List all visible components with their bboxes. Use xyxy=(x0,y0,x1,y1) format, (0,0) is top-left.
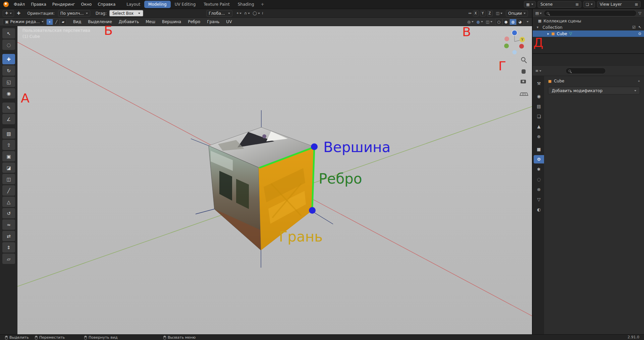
tool-edge-slide[interactable]: ⇄ xyxy=(2,231,15,241)
tool-cursor[interactable]: ◌ xyxy=(2,40,15,50)
vertex-dot-top[interactable] xyxy=(311,143,318,150)
view-layer-name-field[interactable]: View Layer ⊞ xyxy=(597,1,641,8)
tool-select-box[interactable]: ↖ xyxy=(2,28,15,39)
properties-editor-dropdown[interactable]: ≡ xyxy=(535,69,541,73)
outliner-search[interactable] xyxy=(544,10,636,16)
shading-material-button[interactable]: ◍ xyxy=(509,19,517,25)
gizmos-dropdown[interactable]: ◎ xyxy=(467,20,474,24)
menu-edit[interactable]: Правка xyxy=(28,0,49,9)
menu-vertex[interactable]: Вершина xyxy=(159,19,184,24)
tool-move[interactable]: ✚ xyxy=(2,54,15,64)
new-scene-icon[interactable]: ⊞ xyxy=(576,3,579,6)
pivot-point-dropdown[interactable]: ⌖ xyxy=(236,11,241,15)
menu-help[interactable]: Справка xyxy=(95,0,118,9)
tab-world[interactable]: ⊕ xyxy=(534,132,544,141)
gizmo-neg-z[interactable] xyxy=(513,50,517,55)
mirror-z-toggle[interactable]: Z xyxy=(487,10,493,16)
menu-select[interactable]: Выделение xyxy=(85,19,115,24)
gizmo-neg-y[interactable] xyxy=(504,44,509,48)
tab-shading[interactable]: Shading xyxy=(234,1,258,8)
tool-poly-build[interactable]: △ xyxy=(2,197,15,207)
active-tool-dropdown[interactable]: ✚ xyxy=(3,10,14,17)
shading-dropdown-caret[interactable] xyxy=(527,21,529,22)
viewport-canvas[interactable]: Пользовательская перспектива (1) Cube xyxy=(17,26,532,334)
selectability-icon[interactable]: ↖ xyxy=(638,25,641,29)
tool-extrude-region[interactable]: ⇧ xyxy=(2,140,15,150)
tool-shear[interactable]: ▱ xyxy=(2,254,15,264)
tool-annotate[interactable]: ✎ xyxy=(2,103,15,113)
menu-window[interactable]: Окно xyxy=(78,0,95,9)
tab-particles[interactable]: ✱ xyxy=(534,165,544,174)
face-select-button[interactable]: ▰ xyxy=(60,19,66,25)
edge-select-button[interactable]: ╱ xyxy=(53,19,60,25)
menu-view[interactable]: Вид xyxy=(70,19,85,24)
proportional-editing-dropdown[interactable]: ◯ xyxy=(253,11,260,15)
scene-name-field[interactable]: Scene ⊞ xyxy=(538,1,581,8)
blender-logo-icon[interactable] xyxy=(3,2,9,7)
tool-measure[interactable]: ∠ xyxy=(2,114,15,124)
eye-icon[interactable]: ⊙ xyxy=(638,32,641,36)
menu-add[interactable]: Добавить xyxy=(115,19,142,24)
tab-object[interactable]: ■ xyxy=(534,145,544,153)
tool-inset-faces[interactable]: ▣ xyxy=(2,151,15,161)
zoom-icon[interactable] xyxy=(522,58,527,63)
vertex-select-button[interactable]: • xyxy=(46,19,53,25)
navigation-gizmo[interactable]: Y xyxy=(504,30,525,55)
menu-edge[interactable]: Ребро xyxy=(184,19,204,24)
move-gizmo-icon[interactable]: ✚ xyxy=(17,11,20,15)
tool-add-cube[interactable]: ▧ xyxy=(2,128,15,139)
tab-physics[interactable]: ◌ xyxy=(534,175,544,184)
tool-scale[interactable]: ◱ xyxy=(2,77,15,87)
tab-material[interactable]: ◐ xyxy=(534,205,544,214)
properties-search-input[interactable] xyxy=(573,69,603,73)
vertex-dot-bottom[interactable] xyxy=(309,207,316,214)
tool-spin[interactable]: ↺ xyxy=(2,208,15,218)
tab-layout[interactable]: Layout xyxy=(122,1,144,8)
orientation-dropdown[interactable]: По умолч... xyxy=(58,10,90,17)
tool-shrink-fatten[interactable]: ⇕ xyxy=(2,242,15,253)
shading-wireframe-button[interactable]: ○ xyxy=(495,19,502,25)
tab-modifiers[interactable]: ⚙ xyxy=(534,155,544,163)
tab-scene[interactable]: ▲ xyxy=(534,122,544,131)
filter-funnel-icon[interactable]: ▽ xyxy=(639,11,641,15)
tab-tool[interactable]: ⚒ xyxy=(534,79,544,88)
menu-mesh[interactable]: Меш xyxy=(142,19,159,24)
mirror-x-toggle[interactable]: X xyxy=(473,10,479,16)
view-layer-browse-dropdown[interactable]: ❏ xyxy=(583,1,595,8)
tab-texture-paint[interactable]: Texture Paint xyxy=(200,1,233,8)
tool-rotate[interactable]: ↻ xyxy=(2,65,15,76)
perspective-toggle-icon[interactable] xyxy=(520,93,528,95)
shading-solid-button[interactable]: ● xyxy=(502,19,509,25)
outliner-search-input[interactable] xyxy=(551,11,633,16)
expand-icon[interactable]: ▾ xyxy=(537,25,539,29)
options-dropdown[interactable]: Опции xyxy=(506,10,528,17)
menu-face[interactable]: Грань xyxy=(204,19,223,24)
properties-search[interactable] xyxy=(566,68,606,74)
tool-knife[interactable]: ╱ xyxy=(2,185,15,196)
panel-splitter[interactable] xyxy=(532,9,533,334)
snap-dropdown[interactable]: ∩ xyxy=(244,11,250,15)
drag-select[interactable]: Select Box xyxy=(109,10,143,16)
tool-bevel[interactable]: ◪ xyxy=(2,162,15,173)
tool-smooth[interactable]: ≈ xyxy=(2,219,15,230)
transform-orientation-dropdown[interactable]: Глоба... xyxy=(206,10,232,17)
mirror-y-toggle[interactable]: Y xyxy=(480,10,486,16)
pan-hand-icon[interactable] xyxy=(522,69,526,74)
cube-object-row[interactable]: ▸ ■ Cube ▽ ⊙ xyxy=(533,30,644,37)
swap-icon[interactable]: ↔ xyxy=(468,11,471,15)
camera-view-icon[interactable] xyxy=(521,80,526,83)
shading-rendered-button[interactable]: ◕ xyxy=(517,19,524,25)
add-modifier-dropdown[interactable]: Добавить модификатор xyxy=(548,87,640,94)
add-workspace-button[interactable]: + xyxy=(258,1,267,8)
tab-uv-editing[interactable]: UV Editing xyxy=(171,1,200,8)
outliner-properties-splitter[interactable] xyxy=(533,53,644,54)
expand-icon[interactable]: ▸ xyxy=(547,32,549,36)
tab-render[interactable]: ◉ xyxy=(534,92,544,100)
outliner-editor-dropdown[interactable]: ▤ xyxy=(535,11,542,15)
falloff-icon[interactable]: ≀ xyxy=(262,11,263,15)
tab-object-data[interactable]: ▽ xyxy=(534,195,544,204)
scene-collection-row[interactable]: ▦ Коллекция сцены xyxy=(533,18,644,24)
gizmo-pos-z[interactable] xyxy=(512,30,517,36)
menu-uv[interactable]: UV xyxy=(223,19,235,24)
overlays-dropdown[interactable]: ◍ xyxy=(477,20,483,24)
